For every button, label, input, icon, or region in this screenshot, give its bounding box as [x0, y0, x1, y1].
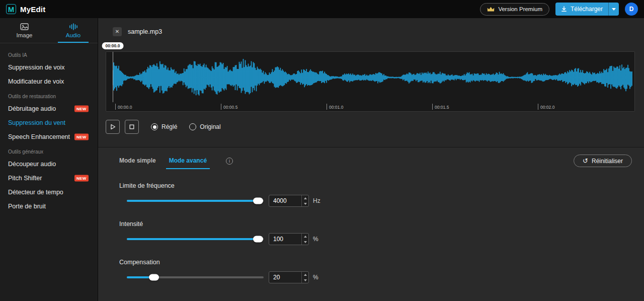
- radio-regle-label: Réglé: [162, 123, 177, 130]
- sidebar-item-label: Débruitage audio: [8, 105, 56, 112]
- spin-down-button[interactable]: [302, 239, 308, 245]
- tab-image[interactable]: Image: [0, 18, 49, 43]
- slider-fill: [127, 238, 258, 240]
- intensity-slider[interactable]: [127, 238, 264, 240]
- radio-original[interactable]: Original: [189, 123, 220, 130]
- compensation-label: Compensation: [119, 259, 632, 266]
- download-split-button: Télécharger: [555, 3, 619, 16]
- number-spinner: [301, 195, 308, 206]
- new-badge: NEW: [74, 134, 89, 140]
- app-title: MyEdit: [20, 5, 45, 14]
- frequency-limit-label: Limite de fréquence: [119, 182, 632, 189]
- sidebar-item-suppression-de-voix[interactable]: Suppression de voix: [0, 60, 98, 74]
- download-menu-button[interactable]: [608, 3, 619, 16]
- ruler-label: 00:00.5: [221, 104, 237, 110]
- premium-button[interactable]: Version Premium: [480, 3, 549, 16]
- sidebar-item-label: Speech Enhancement: [8, 133, 70, 140]
- stop-button[interactable]: [125, 120, 139, 134]
- reset-button[interactable]: ↺ Réinitialiser: [574, 155, 632, 167]
- sidebar: Image Audio Outil: [0, 18, 98, 301]
- tab-mode-simple[interactable]: Mode simple: [119, 157, 156, 169]
- sidebar-item-decoupeur-audio[interactable]: Découpeur audio: [0, 157, 98, 171]
- sidebar-item-label: Pitch Shifter: [8, 175, 42, 182]
- info-icon[interactable]: i: [226, 158, 233, 165]
- slider-thumb[interactable]: [253, 198, 263, 204]
- crown-icon: [487, 7, 495, 12]
- main-content: ✕ sample.mp3 00:00.0 00:00.0 00:00.5 00:…: [98, 18, 644, 301]
- intensity-label: Intensité: [119, 220, 632, 228]
- tab-audio[interactable]: Audio: [49, 18, 98, 43]
- spin-up-icon: [304, 236, 307, 238]
- preview-mode-radios: Réglé Original: [151, 123, 221, 130]
- myedit-app: M MyEdit Version Premium Télécharger: [0, 0, 644, 301]
- audio-player-panel: ✕ sample.mp3 00:00.0 00:00.0 00:00.5 00:…: [98, 18, 644, 134]
- download-button-label: Télécharger: [571, 6, 603, 13]
- spin-down-button[interactable]: [302, 277, 308, 283]
- spin-up-icon: [304, 274, 307, 276]
- playhead-time-bubble[interactable]: 00:00.0: [102, 42, 124, 49]
- spin-up-icon: [304, 197, 307, 199]
- radio-dot: [151, 123, 158, 130]
- spin-down-button[interactable]: [302, 201, 308, 206]
- slider-fill: [127, 200, 258, 202]
- playhead-line: [113, 52, 113, 102]
- file-name: sample.mp3: [128, 28, 162, 35]
- play-button[interactable]: [106, 120, 120, 134]
- sidebar-tabs: Image Audio: [0, 18, 98, 43]
- ruler-label: 00:01.5: [432, 104, 449, 110]
- time-ruler: 00:00.0 00:00.5 00:01.0 00:01.5 00:02.0: [106, 102, 634, 111]
- frequency-limit-slider[interactable]: [127, 200, 264, 202]
- sidebar-item-suppression-du-vent[interactable]: Suppression du vent: [0, 116, 98, 130]
- sidebar-item-modificateur-de-voix[interactable]: Modificateur de voix: [0, 74, 98, 89]
- slider-thumb[interactable]: [253, 236, 263, 243]
- spin-down-icon: [304, 203, 307, 205]
- compensation-row: Compensation: [119, 259, 632, 283]
- play-icon: [109, 123, 117, 131]
- radio-regle[interactable]: Réglé: [151, 123, 177, 130]
- sidebar-nav: Outils IA Suppression de voix Modificate…: [0, 43, 98, 213]
- reset-button-label: Réinitialiser: [592, 158, 623, 165]
- transport-controls: Réglé Original: [106, 120, 635, 134]
- wind-removal-settings-panel: Mode simple Mode avancé i ↺ Réinitialise…: [98, 147, 644, 301]
- tab-mode-avance[interactable]: Mode avancé: [169, 157, 207, 169]
- sidebar-item-speech-enhancement[interactable]: Speech Enhancement NEW: [0, 130, 98, 144]
- sidebar-item-debruitage-audio[interactable]: Débruitage audio NEW: [0, 102, 98, 116]
- spin-up-button[interactable]: [302, 195, 308, 201]
- compensation-unit: %: [313, 274, 318, 281]
- sidebar-item-detecteur-de-tempo[interactable]: Détecteur de tempo: [0, 185, 98, 199]
- radio-original-label: Original: [200, 123, 220, 130]
- spin-up-button[interactable]: [302, 234, 308, 239]
- number-spinner: [301, 234, 308, 245]
- intensity-value-wrap: [269, 233, 309, 245]
- settings-tabs-row: Mode simple Mode avancé i ↺ Réinitialise…: [119, 155, 632, 171]
- close-file-button[interactable]: ✕: [113, 27, 122, 36]
- audio-waveform: [113, 54, 632, 101]
- stop-icon: [128, 123, 136, 131]
- sidebar-item-porte-de-bruit[interactable]: Porte de bruit: [0, 199, 98, 213]
- frequency-limit-controls: Hz: [119, 195, 632, 207]
- topbar-actions: Version Premium Télécharger D: [480, 3, 638, 16]
- new-badge: NEW: [74, 106, 89, 112]
- number-spinner: [301, 272, 308, 283]
- compensation-slider[interactable]: [127, 276, 264, 278]
- app-body: Image Audio Outil: [0, 18, 644, 301]
- spin-up-button[interactable]: [302, 272, 308, 277]
- chevron-down-icon: [612, 8, 616, 11]
- sidebar-item-pitch-shifter[interactable]: Pitch Shifter NEW: [0, 171, 98, 185]
- myedit-logo-icon: M: [6, 4, 16, 14]
- download-button[interactable]: Télécharger: [555, 3, 608, 16]
- download-icon: [561, 6, 567, 12]
- intensity-controls: %: [119, 233, 632, 245]
- sliders-group: Limite de fréquence: [119, 182, 632, 283]
- spin-down-icon: [304, 279, 307, 281]
- frequency-limit-row: Limite de fréquence: [119, 182, 632, 207]
- user-avatar[interactable]: D: [625, 3, 638, 16]
- ruler-label: 00:00.0: [115, 104, 132, 110]
- compensation-value-wrap: [269, 271, 309, 283]
- frequency-limit-unit: Hz: [313, 197, 320, 204]
- spin-down-icon: [304, 241, 307, 243]
- slider-thumb[interactable]: [149, 274, 159, 281]
- premium-button-label: Version Premium: [498, 6, 542, 12]
- waveform-panel[interactable]: 00:00.0 00:00.0 00:00.5 00:01.0 00:01.5 …: [106, 51, 635, 112]
- section-title-outils-ia: Outils IA: [0, 47, 98, 60]
